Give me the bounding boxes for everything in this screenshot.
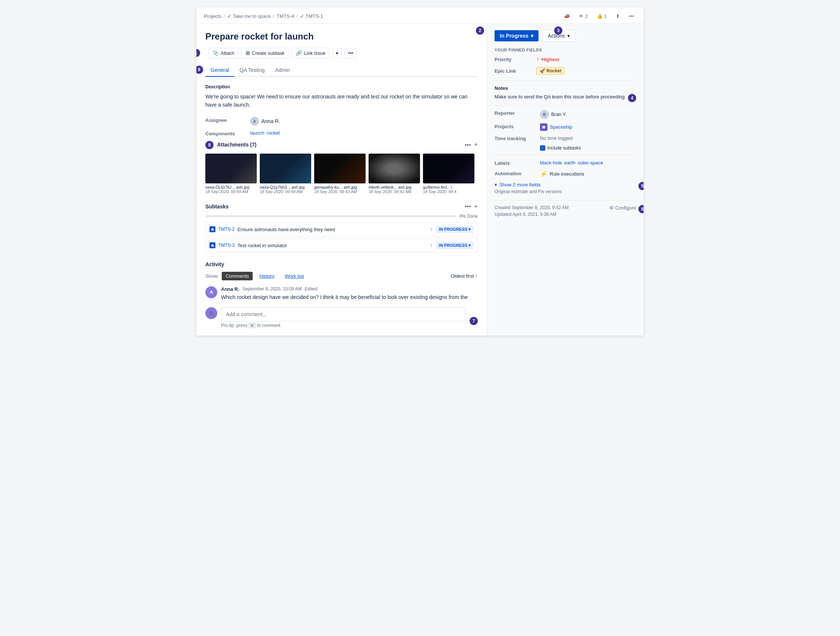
automation-value: Rule executions (550, 171, 584, 177)
callout-4: 4 (628, 94, 636, 102)
assignee-avatar: A (250, 117, 259, 126)
add-comment-input[interactable] (221, 307, 466, 321)
reporter-field: Reporter B Bran Y. (494, 110, 636, 119)
activity-sort[interactable]: Oldest first ↑ (450, 273, 478, 279)
attachment-item[interactable]: ganapathy-ku... ash.jpg 18 Sep 2020, 09:… (314, 153, 366, 194)
share-icon: ⬆ (616, 13, 620, 19)
tab-qa-testing[interactable]: QA Testing (234, 64, 270, 77)
attachment-name-1: nasa-OLlj17tU... ash.jpg (205, 185, 257, 189)
like-count: 1 (604, 13, 607, 19)
subtask-row-1[interactable]: ▣ TMTS-2 Ensure astronauts have everythi… (205, 223, 478, 236)
breadcrumb-space[interactable]: Take me to space (233, 13, 271, 19)
status-row: In Progress ▾ 2 Actions ▾ 3 (494, 30, 636, 42)
chevron-down-icon: ▾ (336, 50, 338, 56)
attachment-date-3: 18 Sep 2020, 09:43 AM (314, 189, 366, 194)
divider (494, 155, 636, 155)
project-link[interactable]: Spaceship (550, 124, 572, 130)
subtask-status-2[interactable]: IN PROGRESS ▾ (436, 242, 474, 249)
announcement-button[interactable]: 📣 (562, 12, 572, 21)
activity-history-tab[interactable]: History (256, 272, 278, 280)
share-button[interactable]: ⬆ (613, 12, 622, 21)
subtasks-section: Subtasks ••• + 0% Done ▣ TMTS-2 (205, 203, 478, 252)
subtask-key-2[interactable]: TMTS-3 (218, 243, 234, 248)
breadcrumb-parent[interactable]: TMTS-4 (276, 13, 294, 19)
time-tracking-label: Time tracking (494, 135, 535, 141)
subtasks-add-button[interactable]: + (474, 203, 478, 210)
component-launch[interactable]: launch (250, 130, 264, 136)
more-actions-button[interactable]: ••• (627, 12, 636, 21)
epic-link-badge[interactable]: 🚀 Rocket (536, 67, 565, 74)
label-black-hole[interactable]: black-hole (540, 160, 562, 166)
attachment-item[interactable]: nasa-OLlj17tU... ash.jpg 18 Sep 2020, 09… (205, 153, 257, 194)
subtask-status-1[interactable]: IN PROGRESS ▾ (436, 226, 474, 233)
attach-button[interactable]: 📎 Attach (208, 48, 238, 58)
breadcrumb-current[interactable]: TMTS-1 (306, 13, 323, 19)
create-subtask-button[interactable]: ⊞ Create subtask (242, 48, 289, 58)
description-label: Description (205, 84, 478, 89)
subtask-icon: ⊞ (246, 50, 250, 56)
label-outer-space[interactable]: outer-space (578, 160, 603, 166)
assignee-name: Anna R. (261, 118, 280, 124)
like-button[interactable]: 👍 1 (594, 12, 609, 21)
configure-button[interactable]: ⚙ Configure (609, 205, 636, 210)
right-panel: In Progress ▾ 2 Actions ▾ 3 YOUR PINNED … (487, 24, 644, 335)
tab-general[interactable]: General (205, 64, 234, 77)
comment-item: A Anna R. September 8, 2020, 10:09 AM Ed… (205, 286, 478, 301)
attachment-item[interactable]: guillermo-ferl... i 18 Sep 2020, 09:4 (423, 153, 474, 194)
comment-author: Anna R. (221, 286, 239, 292)
subtask-type-icon-2: ▣ (210, 242, 215, 248)
attachments-title: 8 Attachments (7) (205, 141, 256, 149)
attachment-date-2: 18 Sep 2020, 09:44 AM (260, 189, 311, 194)
more-icon: ••• (629, 13, 634, 19)
label-earth[interactable]: earth (564, 160, 575, 166)
actions-chevron-icon: ▾ (567, 33, 570, 39)
attachment-item[interactable]: niketh-vellank... ash.jpg 18 Sep 2020, 0… (369, 153, 420, 194)
components-label: Components (205, 130, 250, 136)
comment-text: Which rocket design have we decided on? … (221, 293, 478, 301)
activity-comments-tab[interactable]: Comments (222, 272, 253, 280)
include-subtasks-checkbox[interactable]: ✓ (540, 146, 545, 150)
extra-actions-button[interactable]: ••• (345, 48, 357, 58)
status-button[interactable]: In Progress ▾ (494, 30, 538, 41)
priority-field: Priority ↑ Highest (494, 56, 636, 63)
divider-2 (494, 200, 636, 201)
status-chevron-icon: ▾ (531, 33, 533, 39)
include-subtasks[interactable]: ✓ Include subtasks (540, 146, 581, 150)
projects-label: Projects (494, 123, 535, 129)
subtask-type-icon-1: ▣ (210, 226, 215, 232)
attachment-date-4: 18 Sep 2020, 09:42 AM (369, 189, 420, 194)
callout-3: 3 (554, 27, 562, 35)
activity-worklog-tab[interactable]: Work log (281, 272, 308, 280)
callout-7: 7 (470, 317, 478, 325)
notes-label: Notes (494, 85, 636, 91)
subtasks-more-button[interactable]: ••• (465, 203, 471, 210)
show-more-fields[interactable]: ▾ Show 2 more fields (494, 182, 636, 188)
attachments-more-button[interactable]: ••• (465, 142, 471, 149)
callout-1: 1 (196, 49, 200, 57)
subtasks-title: Subtasks (205, 204, 229, 209)
link-issue-button[interactable]: 🔗 Link issue (291, 48, 330, 58)
subtask-key-1[interactable]: TMTS-2 (218, 227, 234, 232)
subtask-name-2: Test rocket in simulator (237, 243, 287, 248)
breadcrumb-projects[interactable]: Projects (204, 13, 221, 19)
component-rocket[interactable]: rocket (267, 130, 279, 136)
chevron-down-icon: ▾ (494, 182, 497, 188)
pinned-section: YOUR PINNED FIELDS Priority ↑ Highest Ep… (494, 48, 636, 74)
components-field: Components launch rocket (205, 130, 478, 136)
projects-field: Projects ▣ Spaceship (494, 123, 636, 131)
like-icon: 👍 (597, 13, 603, 19)
attachments-add-button[interactable]: + (474, 141, 478, 149)
more-toolbar-dropdown[interactable]: ▾ (332, 48, 342, 58)
subtask-row-2[interactable]: ▣ TMTS-3 Test rocket in simulator ↑ IN P… (205, 239, 478, 252)
attachment-name-5: guillermo-ferl... i (423, 185, 474, 189)
breadcrumb: Projects / ✓ Take me to space / TMTS-4 /… (204, 13, 323, 19)
watch-button[interactable]: 👁 2 (576, 12, 590, 21)
notes-section: Notes Make sure to send the QA team this… (494, 81, 636, 106)
attachment-grid: nasa-OLlj17tU... ash.jpg 18 Sep 2020, 09… (205, 153, 478, 194)
attachment-item[interactable]: nasa-Q1p7bh3... ash.jpg 18 Sep 2020, 09:… (260, 153, 311, 194)
tab-admin[interactable]: Admin (270, 64, 295, 77)
activity-show-label: Show: (205, 273, 219, 279)
assignee-label: Assignee (205, 117, 250, 123)
activity-title: Activity (205, 261, 478, 267)
sort-arrow-icon: ↑ (475, 273, 478, 279)
